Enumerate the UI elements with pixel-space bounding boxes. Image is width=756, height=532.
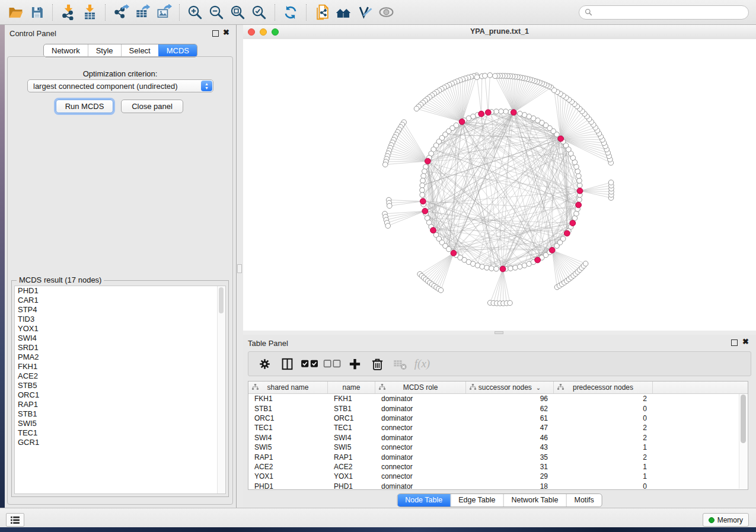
- network-node[interactable]: [576, 174, 582, 179]
- mcds-list-scrollbar[interactable]: [217, 286, 225, 493]
- tab-network[interactable]: Network: [44, 44, 88, 57]
- mcds-result-item[interactable]: FKH1: [15, 362, 225, 371]
- horizontal-splitter[interactable]: [243, 331, 756, 335]
- network-node[interactable]: [382, 162, 388, 167]
- mcds-hub-node[interactable]: [576, 202, 582, 208]
- network-node[interactable]: [577, 178, 582, 184]
- network-canvas[interactable]: [243, 39, 756, 331]
- mcds-result-item[interactable]: STP4: [15, 305, 225, 315]
- column-header-MCDS-role[interactable]: MCDS role: [375, 382, 466, 393]
- close-panel-icon[interactable]: ✖: [742, 338, 749, 346]
- mcds-hub-node[interactable]: [479, 111, 484, 117]
- style-preview-button[interactable]: [354, 2, 375, 23]
- column-header-name[interactable]: name: [328, 382, 375, 393]
- network-node[interactable]: [480, 264, 485, 270]
- scrollbar-thumb[interactable]: [219, 287, 224, 313]
- gear-button[interactable]: [253, 353, 276, 374]
- mcds-hub-node[interactable]: [511, 110, 516, 116]
- network-node[interactable]: [494, 109, 499, 114]
- import-network-button[interactable]: [58, 2, 79, 23]
- network-node[interactable]: [438, 288, 444, 293]
- tab-style[interactable]: Style: [88, 44, 121, 57]
- close-panel-icon[interactable]: ✖: [223, 28, 229, 37]
- network-node[interactable]: [513, 265, 518, 271]
- network-node[interactable]: [560, 236, 566, 242]
- home-button[interactable]: [333, 2, 354, 23]
- mcds-hub-node[interactable]: [485, 110, 491, 116]
- mcds-result-item[interactable]: GCR1: [15, 438, 225, 447]
- network-node[interactable]: [575, 169, 580, 174]
- mcds-result-list[interactable]: PHD1CAR1STP4TID3YOX1SWI4SRD1PMA2FKH1ACE2…: [14, 286, 226, 494]
- mcds-result-item[interactable]: PMA2: [15, 352, 225, 362]
- mcds-result-item[interactable]: CAR1: [15, 296, 225, 305]
- network-node[interactable]: [474, 75, 480, 80]
- network-node[interactable]: [522, 113, 527, 118]
- column-header-shared-name[interactable]: shared name: [248, 382, 328, 393]
- mcds-result-item[interactable]: SWI5: [15, 419, 225, 428]
- network-node[interactable]: [385, 223, 391, 229]
- mcds-hub-node[interactable]: [535, 257, 541, 263]
- table-scrollbar[interactable]: [739, 394, 747, 489]
- table-row[interactable]: FKH1FKH1dominator962: [248, 394, 748, 403]
- network-node[interactable]: [421, 174, 426, 179]
- tab-motifs[interactable]: Motifs: [566, 494, 601, 507]
- mcds-result-item[interactable]: ORC1: [15, 390, 225, 400]
- search-box[interactable]: [579, 5, 749, 20]
- mcds-hub-node[interactable]: [430, 227, 436, 233]
- task-history-button[interactable]: [6, 513, 24, 527]
- zoom-selected-button[interactable]: [248, 2, 270, 23]
- table-row[interactable]: ORC1ORC1dominator610: [248, 414, 748, 423]
- mcds-result-item[interactable]: YOX1: [15, 324, 225, 334]
- export-image-button[interactable]: [153, 2, 174, 23]
- network-node[interactable]: [608, 180, 614, 185]
- mcds-hub-node[interactable]: [425, 158, 430, 164]
- mcds-hub-node[interactable]: [558, 136, 564, 142]
- zoom-fit-button[interactable]: [227, 2, 248, 23]
- hide-preview-button[interactable]: [375, 2, 397, 23]
- table-row[interactable]: STB1STB1dominator620: [248, 403, 748, 413]
- zoom-in-button[interactable]: [184, 2, 206, 23]
- refresh-button[interactable]: [280, 2, 301, 23]
- column-header-predecessor-nodes[interactable]: predecessor nodes: [554, 382, 653, 393]
- columns-button[interactable]: [276, 353, 298, 374]
- network-node[interactable]: [551, 88, 557, 93]
- network-node[interactable]: [420, 193, 425, 198]
- splitter-grip[interactable]: [237, 264, 242, 273]
- network-node[interactable]: [494, 266, 499, 271]
- network-node[interactable]: [422, 169, 428, 174]
- table-row[interactable]: RAP1RAP1dominator352: [248, 452, 748, 462]
- table-row[interactable]: PHD1PHD1dominator180: [248, 482, 748, 490]
- network-node[interactable]: [489, 266, 495, 271]
- network-node[interactable]: [420, 178, 426, 184]
- network-node[interactable]: [420, 183, 425, 188]
- network-node[interactable]: [420, 188, 425, 193]
- float-panel-icon[interactable]: [212, 30, 219, 37]
- splitter-grip[interactable]: [495, 331, 503, 334]
- run-mcds-button[interactable]: Run MCDS: [56, 100, 113, 113]
- mcds-result-item[interactable]: PHD1: [15, 286, 225, 296]
- table-row[interactable]: ACE2ACE2connector311: [248, 462, 748, 472]
- network-node[interactable]: [508, 266, 513, 271]
- mcds-result-item[interactable]: RAP1: [15, 400, 225, 409]
- tab-network-table[interactable]: Network Table: [503, 494, 566, 507]
- mcds-hub-node[interactable]: [564, 230, 570, 236]
- mcds-hub-node[interactable]: [422, 208, 428, 214]
- mcds-hub-node[interactable]: [451, 250, 457, 256]
- import-table-button[interactable]: [79, 2, 100, 23]
- tab-select[interactable]: Select: [121, 44, 158, 57]
- criterion-dropdown[interactable]: largest connected component (undirected)…: [27, 79, 213, 92]
- network-node[interactable]: [387, 203, 393, 209]
- mcds-result-item[interactable]: STB5: [15, 381, 225, 390]
- network-node[interactable]: [518, 264, 523, 270]
- network-node[interactable]: [499, 109, 504, 114]
- network-node[interactable]: [484, 265, 490, 271]
- tab-mcds[interactable]: MCDS: [158, 44, 197, 57]
- tab-edge-table[interactable]: Edge Table: [450, 494, 503, 507]
- memory-button[interactable]: Memory: [703, 513, 749, 527]
- network-node[interactable]: [483, 73, 488, 79]
- mcds-result-item[interactable]: SWI4: [15, 334, 225, 343]
- add-button[interactable]: [343, 353, 366, 374]
- table-row[interactable]: SWI4SWI4dominator462: [248, 433, 748, 443]
- mcds-result-item[interactable]: TID3: [15, 315, 225, 324]
- network-node[interactable]: [487, 73, 493, 78]
